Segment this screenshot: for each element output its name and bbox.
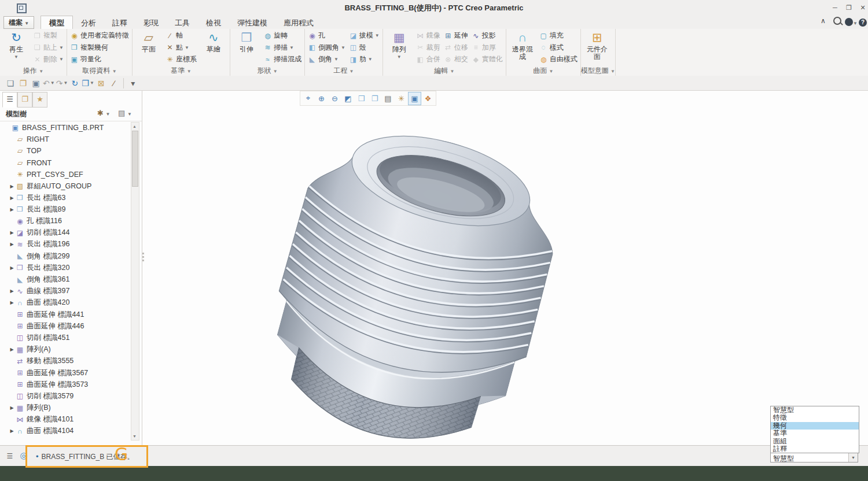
ribbon-button-csys[interactable]: ✳座標系 <box>165 54 197 65</box>
redo-button[interactable]: ↷▼ <box>56 77 68 89</box>
ribbon-button-udf[interactable]: ◉使用者定義特徵 <box>70 30 129 41</box>
ribbon-button-rib[interactable]: ◨肋▼ <box>349 54 380 65</box>
ribbon-tab-7[interactable]: 彈性建模 <box>229 16 275 29</box>
ribbon-button-copy[interactable]: ❐複製 <box>33 30 64 41</box>
tree-item[interactable]: ⇄移動 標識3555 <box>0 356 132 367</box>
tree-item[interactable]: ⋈鏡像 標識4101 <box>0 414 132 426</box>
save-button[interactable]: ▣ <box>30 77 42 89</box>
ribbon-button-freestyle[interactable]: ◍自由樣式 <box>539 54 578 65</box>
tree-item[interactable]: ◉孔 標識116 <box>0 216 132 227</box>
tree-item[interactable]: ▶◪切削 標識144 <box>0 227 132 239</box>
ribbon-button-boundary-blend[interactable]: ∩邊界混成 <box>508 29 537 65</box>
expander-icon[interactable]: ▶ <box>8 288 16 294</box>
ribbon-button-extend[interactable]: ⊞延伸 <box>444 30 468 41</box>
file-menu-button[interactable]: 檔案 ▼ <box>3 16 34 29</box>
chevron-down-icon[interactable]: ▼ <box>848 453 858 462</box>
ribbon-button-shrinkwrap[interactable]: ▣羽量化 <box>70 54 129 65</box>
ribbon-button-trim[interactable]: ✂裁剪 <box>416 42 440 53</box>
ribbon-button-sketch[interactable]: ∿草繪 <box>199 29 228 65</box>
tree-item[interactable]: ⊞曲面延伸 標識446 <box>0 320 132 332</box>
scroll-down-icon[interactable]: ▼ <box>131 432 138 440</box>
expander-icon[interactable]: ▶ <box>8 242 16 247</box>
ribbon-button-delete[interactable]: ✕刪除▼ <box>33 54 64 65</box>
ribbon-tab-8[interactable]: 應用程式 <box>275 16 322 29</box>
ribbon-button-swept-blend[interactable]: ≈掃描混成 <box>263 54 301 65</box>
scroll-up-icon[interactable]: ▲ <box>131 123 138 130</box>
tree-item[interactable]: ▶≋長出 標識196 <box>0 239 132 250</box>
ribbon-button-style[interactable]: ◌樣式 <box>539 42 578 53</box>
tree-item[interactable]: ◫切削 標識3579 <box>0 390 132 402</box>
ribbon-button-draft[interactable]: ◪拔模▼ <box>349 30 380 41</box>
ribbon-tab-3[interactable]: 註釋 <box>104 16 135 29</box>
open-button[interactable]: ❐ <box>17 77 29 89</box>
expander-icon[interactable]: ▶ <box>8 347 16 352</box>
help-icon[interactable]: ? <box>859 17 867 27</box>
ribbon-group-label[interactable]: 操作 ▼ <box>0 65 67 76</box>
model-tree-tab-icon[interactable]: ☰ <box>2 92 17 108</box>
expander-icon[interactable]: ▶ <box>8 405 16 410</box>
measure-button[interactable]: ∕ <box>108 77 120 89</box>
close-window-button[interactable]: ⊠ <box>95 77 107 89</box>
tree-item[interactable]: ▶▦陣列(B) <box>0 402 132 414</box>
ribbon-button-merge[interactable]: ◧合併 <box>416 54 440 65</box>
appearances-button[interactable]: ❐ <box>368 92 381 105</box>
ribbon-button-extrude[interactable]: ❒引伸 <box>232 29 261 65</box>
tree-item[interactable]: ▶▦陣列(A) <box>0 344 132 356</box>
capture-button[interactable]: ▤ <box>381 92 395 105</box>
ribbon-button-solidify[interactable]: ◆實體化 <box>472 54 503 65</box>
minimize-icon[interactable]: ─ <box>830 3 840 12</box>
datum-display-button[interactable]: ✳ <box>395 92 408 105</box>
tree-item[interactable]: ▱RIGHT <box>0 134 132 145</box>
tree-item[interactable]: ▱TOP <box>0 145 132 157</box>
expander-icon[interactable]: ▶ <box>8 230 16 235</box>
panel-splitter[interactable] <box>142 247 145 267</box>
ribbon-button-point[interactable]: ✕點▼ <box>165 42 197 53</box>
tree-item[interactable]: ▶▧群組AUTO_GROUP <box>0 180 132 192</box>
filter-option[interactable]: 基準 <box>771 430 859 437</box>
favorites-tab-icon[interactable]: ★ <box>32 92 47 108</box>
filter-option[interactable]: 面組 <box>771 438 859 445</box>
ribbon-tab-1[interactable]: 模型 <box>41 16 73 29</box>
filter-option[interactable]: 註釋 <box>771 445 859 453</box>
filter-option[interactable]: 智慧型 <box>771 406 859 414</box>
ribbon-group-label[interactable]: 曲面 ▼ <box>506 65 580 76</box>
ribbon-button-copy-geometry[interactable]: ❒複製幾何 <box>70 42 129 53</box>
ribbon-button-hole[interactable]: ◉孔 <box>308 30 345 41</box>
qat-overflow-button[interactable]: ▾ <box>127 77 139 89</box>
repaint-button[interactable]: ◩ <box>341 92 355 105</box>
ribbon-button-shell[interactable]: ◫殼 <box>349 42 380 53</box>
tree-item[interactable]: ⊞曲面延伸 標識3567 <box>0 367 132 379</box>
ribbon-button-axis[interactable]: ∕軸 <box>165 30 197 41</box>
refit-button[interactable]: ⌖ <box>301 92 315 105</box>
ribbon-tab-6[interactable]: 檢視 <box>198 16 229 29</box>
folder-browser-tab-icon[interactable]: ❐ <box>17 92 32 108</box>
tree-item[interactable]: ◫切削 標識451 <box>0 332 132 343</box>
zoom-in-button[interactable]: ⊕ <box>315 92 328 105</box>
undo-button[interactable]: ↶▼ <box>43 77 55 89</box>
spin-center-button[interactable]: ❖ <box>421 92 435 105</box>
ribbon-button-paste[interactable]: ❏貼上▼ <box>33 42 64 53</box>
tree-item[interactable]: ▶∩曲面 標識4104 <box>0 426 132 437</box>
expander-icon[interactable]: ▶ <box>8 195 16 201</box>
close-icon[interactable]: ✕ <box>858 3 868 12</box>
toggle-tree-icon[interactable]: ☰ <box>5 451 15 461</box>
ribbon-button-chamfer[interactable]: ◣倒角▼ <box>308 54 345 65</box>
expander-icon[interactable]: ▶ <box>8 184 16 189</box>
ribbon-group-label[interactable]: 模型意圖 ▼ <box>581 65 615 76</box>
tree-filter-icon[interactable]: ▤ ▼ <box>118 109 132 119</box>
ribbon-button-project[interactable]: ∿投影 <box>472 30 503 41</box>
resources-icon[interactable]: ▼ <box>845 17 858 27</box>
tree-item[interactable]: ⊞曲面延伸 標識441 <box>0 309 132 320</box>
ribbon-group-label[interactable]: 基準 ▼ <box>133 65 230 76</box>
filter-option[interactable]: 特徵 <box>771 414 859 421</box>
ribbon-button-fill[interactable]: ▢填充 <box>539 30 578 41</box>
ribbon-button-pattern[interactable]: ▦陣列▼ <box>385 29 414 65</box>
tree-item[interactable]: ▶∩曲面 標識420 <box>0 297 132 309</box>
ribbon-button-component-interface[interactable]: ⊞元件介面 <box>583 29 612 65</box>
tree-item[interactable]: ▶❒長出 標識320 <box>0 262 132 273</box>
tree-item[interactable]: ▣BRASS_FITTING_B.PRT <box>0 122 132 134</box>
tree-item[interactable]: ◣倒角 標識361 <box>0 273 132 285</box>
tree-item[interactable]: ✳PRT_CSYS_DEF <box>0 169 132 180</box>
ribbon-group-label[interactable]: 工程 ▼ <box>305 65 382 76</box>
ribbon-group-label[interactable]: 取得資料 ▼ <box>67 65 132 76</box>
